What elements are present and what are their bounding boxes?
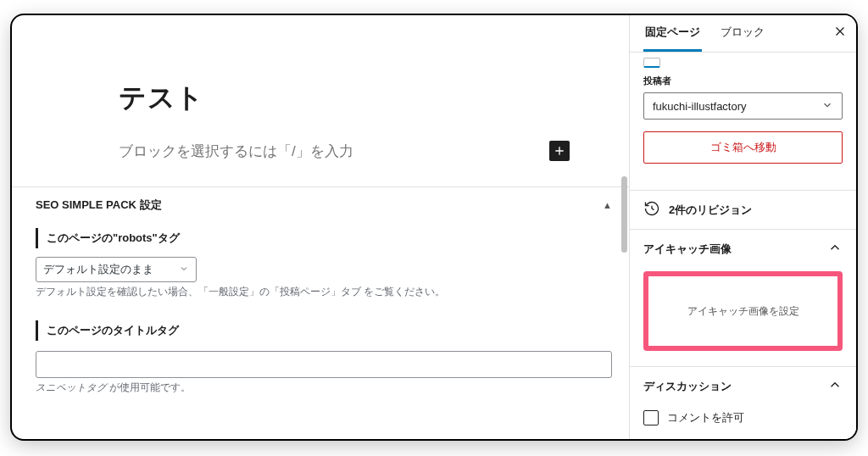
add-block-button[interactable] [549,141,570,161]
revisions-text: 2件のリビジョン [669,203,752,218]
move-to-trash-button[interactable]: ゴミ箱へ移動 [643,131,843,164]
caret-up-icon: ▲ [603,200,612,210]
author-select[interactable]: fukuchi-illustfactory [643,92,843,120]
titletag-label: このページのタイトルタグ [36,320,612,341]
robots-value: デフォルト設定のまま [43,262,153,277]
seo-panel-header[interactable]: SEO SIMPLE PACK 設定 ▲ [36,197,612,213]
editor-scroll[interactable]: テスト ブロックを選択するには「/」を入力 SEO SIMPLE PACK 設定… [12,15,629,439]
titletag-helper-em: スニペットタグ [36,382,107,392]
revisions-row[interactable]: 2件のリビジョン [630,190,856,229]
block-placeholder[interactable]: ブロックを選択するには「/」を入力 [119,142,353,161]
tab-block[interactable]: ブロック [719,15,766,52]
robots-label: このページの"robots"タグ [36,228,612,248]
chevron-down-icon [179,264,189,276]
featured-image-body: アイキャッチ画像を設定 [630,268,856,366]
history-icon [643,200,660,220]
sidebar-body: 投稿者 fukuchi-illustfactory ゴミ箱へ移動 [630,53,856,190]
set-featured-image-button[interactable]: アイキャッチ画像を設定 [643,271,843,351]
author-value: fukuchi-illustfactory [653,100,747,113]
robots-helper: デフォルト設定を確認したい場合、「一般設定」の「投稿ページ」タブ をご覧ください… [36,286,612,298]
chevron-down-icon [821,99,833,114]
close-sidebar-button[interactable] [832,24,848,43]
discussion-heading: ディスカッション [643,379,732,394]
featured-image-header[interactable]: アイキャッチ画像 [630,229,856,268]
template-thumb-icon [643,58,660,68]
seo-panel: SEO SIMPLE PACK 設定 ▲ このページの"robots"タグ デフ… [12,186,629,394]
app-frame: テスト ブロックを選択するには「/」を入力 SEO SIMPLE PACK 設定… [12,15,856,439]
allow-comments-checkbox[interactable] [643,410,659,425]
titletag-helper: スニペットタグ が使用可能です。 [36,381,612,394]
seo-panel-heading: SEO SIMPLE PACK 設定 [36,197,162,213]
block-inserter-row: ブロックを選択するには「/」を入力 [119,141,570,161]
scrollbar[interactable] [621,176,627,253]
discussion-header[interactable]: ディスカッション [630,366,856,405]
tab-page[interactable]: 固定ページ [643,15,702,52]
robots-select[interactable]: デフォルト設定のまま [36,257,197,282]
sidebar-tabs: 固定ページ ブロック [630,15,856,53]
allow-comments-row: コメントを許可 [630,405,856,439]
author-label: 投稿者 [643,75,843,87]
titletag-input[interactable] [36,351,612,378]
settings-sidebar: 固定ページ ブロック 投稿者 fukuchi-illustfactory ゴミ箱… [629,15,856,439]
page-title[interactable]: テスト [119,80,570,117]
featured-image-heading: アイキャッチ画像 [643,242,732,257]
chevron-up-icon [827,240,843,258]
editor-main: テスト ブロックを選択するには「/」を入力 SEO SIMPLE PACK 設定… [12,15,629,439]
chevron-up-icon [827,377,843,395]
allow-comments-label: コメントを許可 [667,411,744,425]
